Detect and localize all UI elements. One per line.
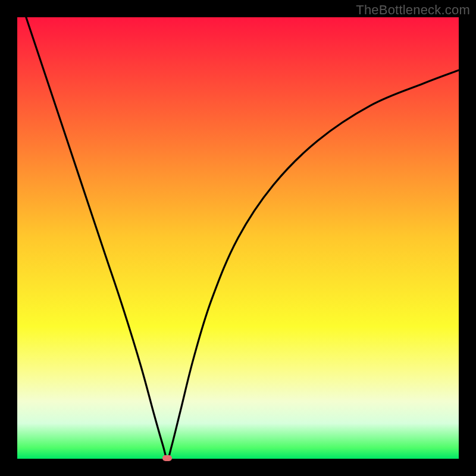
bottleneck-curve [17,17,459,459]
watermark-text: TheBottleneck.com [356,2,470,18]
optimal-point-marker [162,455,172,461]
chart-plot-area [17,17,459,459]
